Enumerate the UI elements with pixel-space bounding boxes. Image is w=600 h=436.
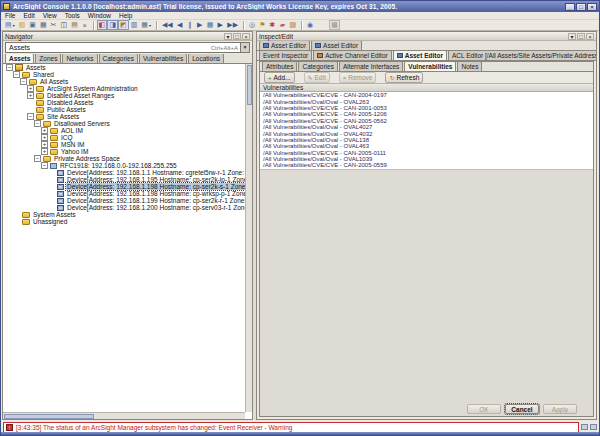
tree-node-system-assets[interactable]: System Assets [3,211,245,218]
tree-node-disabled-asset-ranges[interactable]: +Disabled Asset Ranges [3,92,245,99]
expand-icon[interactable]: + [41,127,48,134]
menu-tools[interactable]: Tools [65,12,80,19]
menu-window[interactable]: Window [88,12,111,19]
annotate-chat-icon[interactable]: ◉ [305,20,315,30]
subtab-vulnerabilities[interactable]: Vulnerabilities [404,62,456,71]
manage-archives-icon[interactable]: ▦ [38,20,49,30]
subtab-alternate-interfaces[interactable]: Alternate Interfaces [339,62,403,71]
tab-acl-editor-all-assets-site[interactable]: ACL Editor [/All Assets/Site Assets/Priv… [448,51,596,60]
zoom-in-icon[interactable]: ◎ [247,20,257,30]
collapse-icon[interactable]: − [27,113,34,120]
tree-node-arcsight-system-administ[interactable]: +ArcSight System Administration [3,85,245,92]
tree-node-device-address-192-168[interactable]: Device[Address: 192.168.1.199 Hostname: … [3,197,245,204]
vulnerability-row[interactable]: /All Vulnerabilities/CVE/CVE - CAN-2005-… [260,162,593,168]
expand-icon[interactable]: + [41,141,48,148]
tree-node-all-assets[interactable]: −All Assets [3,78,245,85]
close-icon[interactable]: × [586,33,594,40]
delete-icon[interactable]: × [80,20,90,30]
pin-icon[interactable]: ▾ [568,33,576,40]
tab-asset-editor[interactable]: Asset Editor [259,41,310,50]
tree-node-private-address-space[interactable]: −Private Address Space [3,155,245,162]
manager-status-icon[interactable] [581,424,588,430]
expand-icon[interactable]: + [41,134,48,141]
open-folder-icon[interactable]: ▧ [17,20,28,30]
tree-node-icq[interactable]: +ICQ [3,134,245,141]
replay-view-icon[interactable]: ▦ [205,20,216,30]
tree-node-shared[interactable]: −Shared [3,71,245,78]
tree-node-disabled-assets[interactable]: Disabled Assets [3,99,245,106]
tab-locations[interactable]: Locations [188,54,224,63]
tree-node-aol-im[interactable]: +AOL IM [3,127,245,134]
tree-node-device-address-192-168[interactable]: Device[Address: 192.168.1.1 Hostname: cg… [3,169,245,176]
subtab-notes[interactable]: Notes [457,62,482,71]
tree-node-device-address-192-168[interactable]: Device[Address: 192.168.1.200 Hostname: … [3,204,245,211]
tree-node-device-address-192-168[interactable]: Device[Address: 192.168.1.195 Hostname: … [3,176,245,183]
new-resource-icon[interactable]: ▤▾ [3,20,17,30]
step-forward-icon[interactable]: ▶ [215,20,225,30]
agent-status-icon[interactable] [590,424,597,430]
alerts-icon[interactable]: ⚑ [257,20,267,30]
expand-icon[interactable]: + [41,148,48,155]
menu-help[interactable]: Help [119,12,132,19]
expand-icon[interactable]: + [27,85,34,92]
tree-node-device-address-192-168[interactable]: Device[Address: 192.168.1.198 Hostname: … [3,190,245,197]
status-warning-bar[interactable]: ! [3:43:35] The status of an ArcSight Ma… [3,422,579,433]
jump-to-end-icon[interactable]: ▶▶ [225,20,240,30]
float-icon[interactable]: □ [233,33,241,40]
minimize-button[interactable]: _ [565,3,575,11]
scrollbar-thumb[interactable] [247,65,252,105]
tab-zones[interactable]: Zones [35,54,61,63]
cut-icon[interactable]: ✂ [49,20,59,30]
collapse-icon[interactable]: − [6,64,13,71]
layout-options-icon[interactable]: ▦▾ [139,20,153,30]
collapse-icon[interactable]: − [34,120,41,127]
show-inspect-toggle-icon[interactable]: ◨ [107,20,118,30]
play-icon[interactable]: ▶ [195,20,205,30]
pause-icon[interactable]: ∥ [185,20,195,30]
show-viewer-toggle-icon[interactable]: ◩ [118,20,129,30]
tab-active-channel-editor[interactable]: Active Channel Editor [313,51,392,60]
tab-networks[interactable]: Networks [62,54,97,63]
scrollbar-thumb[interactable] [4,414,94,419]
paste-icon[interactable]: ▤ [69,20,80,30]
float-icon[interactable]: □ [577,33,585,40]
subtab-categories[interactable]: Categories [298,62,337,71]
jump-to-start-icon[interactable]: ◀◀ [160,20,175,30]
tree-node-assets[interactable]: −Assets [3,64,245,71]
tab-asset-editor[interactable]: Asset Editor [311,41,362,50]
collapse-icon[interactable]: − [41,162,48,169]
save-icon[interactable]: ▣ [27,20,38,30]
tree-node-yahoo-im[interactable]: +Yahoo IM [3,148,245,155]
chevron-down-icon[interactable]: ▼ [240,43,249,52]
cancel-button[interactable]: Cancel [505,404,539,414]
vulnerabilities-column-header[interactable]: Vulnerabilities [260,84,593,92]
expand-icon[interactable]: + [27,92,34,99]
tree-node-site-assets[interactable]: −Site Assets [3,113,245,120]
menu-edit[interactable]: Edit [23,12,34,19]
menu-file[interactable]: File [5,12,15,19]
close-icon[interactable]: × [242,33,250,40]
refresh-button[interactable]: ↻Refresh [385,72,423,83]
eraser-icon[interactable]: ▰ [277,20,287,30]
close-button[interactable]: × [587,3,597,11]
maximize-button[interactable]: □ [576,3,586,11]
tab-asset-editor[interactable]: Asset Editor [393,51,447,60]
tab-vulnerabilities[interactable]: Vulnerabilities [139,54,187,63]
show-navigator-toggle-icon[interactable]: ◧ [97,20,108,30]
tab-categories[interactable]: Categories [99,54,138,63]
tree-node-unassigned[interactable]: Unassigned [3,218,245,225]
tree-vertical-scrollbar[interactable] [245,64,252,412]
collapse-icon[interactable]: − [34,155,41,162]
resource-type-selector[interactable]: Assets Ctrl+Alt+A ▼ [5,42,250,53]
collapse-icon[interactable]: − [20,78,27,85]
tree-horizontal-scrollbar[interactable] [3,412,245,419]
menu-view[interactable]: View [43,12,57,19]
tile-layout-icon[interactable]: ▥ [129,20,140,30]
tree-node-disallowed-servers[interactable]: −Disallowed Servers [3,120,245,127]
palette-icon[interactable]: ▨ [287,20,298,30]
tree-node-rfc1918-192-168-0-0-192[interactable]: −RFC1918: 192.168.0.0-192.168.255.255 [3,162,245,169]
step-back-icon[interactable]: ◀ [175,20,185,30]
tab-event-inspector[interactable]: Event Inspector [259,51,312,60]
tools-icon[interactable]: ✱ [267,20,277,30]
knowledge-base-icon[interactable]: ▩ [329,20,340,30]
